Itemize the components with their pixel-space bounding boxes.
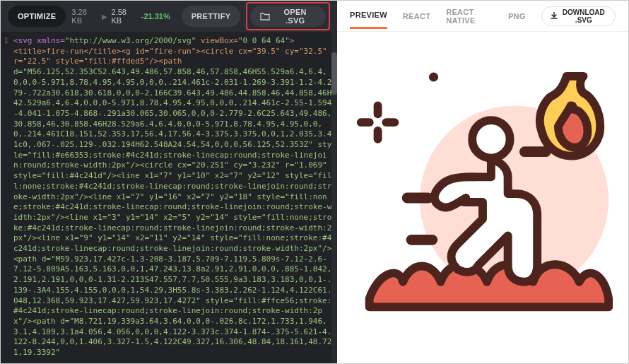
open-svg-highlight: OPEN .SVG	[246, 2, 330, 30]
code-token: <title>fire-run</title><g id="fire-run">…	[13, 47, 331, 66]
tab-react-native[interactable]: REACT NATIVE	[446, 8, 493, 33]
size-before: 3.28 KB	[71, 8, 97, 25]
code-token: "0 0 64 64"	[238, 36, 290, 45]
code-editor[interactable]: 1 <svg xmlns="http://www.w3.org/2000/svg…	[1, 32, 337, 363]
download-icon	[551, 12, 558, 20]
toolbar: OPTIMIZE 3.28 KB ▶ 2.58 KB -21.31% PRETT…	[1, 1, 337, 32]
code-token: viewBox=	[196, 36, 238, 45]
arrow-right-icon: ▶	[102, 13, 107, 20]
code-token: d="M56.125,52.353C52.643,49.486,57.858,4…	[13, 67, 331, 357]
size-after: 2.58 KB	[112, 8, 137, 25]
scrollbar[interactable]	[331, 32, 337, 363]
svg-point-6	[472, 120, 510, 158]
scrollbar-thumb[interactable]	[331, 52, 337, 95]
download-label: DOWNLOAD .SVG	[561, 8, 606, 24]
code-token: >	[290, 36, 295, 45]
fire-run-icon	[348, 64, 617, 332]
open-svg-button[interactable]: OPEN .SVG	[250, 6, 326, 27]
code-token: <svg xmlns=	[13, 36, 65, 45]
optimize-button[interactable]: OPTIMIZE	[8, 6, 66, 27]
line-gutter: 1	[1, 32, 11, 363]
folder-icon	[260, 12, 270, 20]
tab-png[interactable]: PNG	[508, 12, 526, 28]
tab-preview[interactable]: PREVIEW	[350, 11, 387, 29]
prettify-button[interactable]: PRETTIFY	[182, 6, 241, 27]
code-content[interactable]: <svg xmlns="http://www.w3.org/2000/svg" …	[11, 32, 337, 363]
preview-area	[337, 32, 628, 363]
preview-panel: PREVIEW REACT REACT NATIVE PNG DOWNLOAD …	[337, 1, 628, 363]
tab-react[interactable]: REACT	[403, 12, 430, 28]
code-panel: OPTIMIZE 3.28 KB ▶ 2.58 KB -21.31% PRETT…	[1, 1, 337, 363]
open-svg-label: OPEN .SVG	[274, 8, 316, 25]
tabs: PREVIEW REACT REACT NATIVE PNG DOWNLOAD …	[337, 1, 628, 32]
code-token: "http://www.w3.org/2000/svg"	[65, 36, 196, 45]
size-percent: -21.31%	[141, 12, 170, 20]
size-info: 3.28 KB ▶ 2.58 KB -21.31%	[71, 8, 170, 25]
svg-point-1	[429, 72, 438, 81]
download-svg-button[interactable]: DOWNLOAD .SVG	[541, 6, 616, 26]
